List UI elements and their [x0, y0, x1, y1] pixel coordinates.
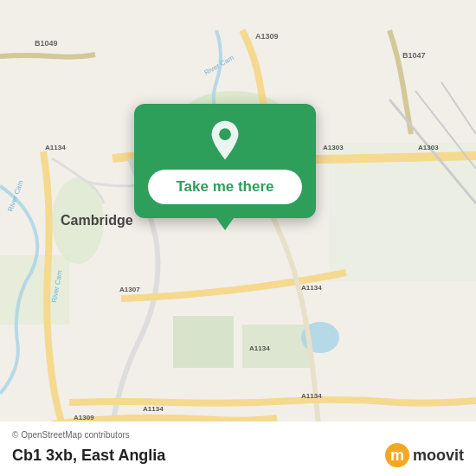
- svg-text:A1309: A1309: [74, 414, 94, 421]
- svg-text:A1134: A1134: [301, 284, 322, 292]
- map-background: Cambridge B1049 A1309 B1047 A1134 A1303 …: [0, 0, 476, 476]
- map-container: Cambridge B1049 A1309 B1047 A1134 A1303 …: [0, 0, 476, 476]
- svg-text:A1309: A1309: [255, 32, 279, 41]
- svg-text:A1134: A1134: [249, 344, 270, 352]
- svg-text:A1134: A1134: [143, 405, 164, 413]
- location-label: Cb1 3xb, East Anglia: [12, 447, 165, 465]
- svg-text:A1303: A1303: [418, 144, 439, 151]
- info-bar: © OpenStreetMap contributors Cb1 3xb, Ea…: [0, 421, 476, 476]
- moovit-logo-icon: m: [385, 443, 409, 467]
- svg-rect-2: [329, 143, 476, 281]
- svg-rect-5: [173, 316, 234, 368]
- location-popup: Take me there: [134, 104, 316, 218]
- map-attribution: © OpenStreetMap contributors: [12, 430, 464, 440]
- svg-text:Cambridge: Cambridge: [61, 213, 133, 228]
- svg-text:B1049: B1049: [35, 39, 58, 48]
- moovit-logo-text: moovit: [413, 447, 464, 465]
- moovit-logo: m moovit: [385, 443, 464, 467]
- svg-text:A1303: A1303: [323, 144, 344, 151]
- location-pin-icon: [204, 119, 246, 161]
- take-me-there-button[interactable]: Take me there: [148, 170, 302, 204]
- popup-arrow: [216, 218, 234, 230]
- location-row: Cb1 3xb, East Anglia m moovit: [12, 443, 464, 467]
- svg-text:B1047: B1047: [402, 51, 426, 60]
- svg-text:A1307: A1307: [119, 286, 140, 293]
- svg-point-28: [219, 128, 231, 140]
- svg-text:A1134: A1134: [301, 392, 322, 400]
- svg-text:A1134: A1134: [45, 144, 66, 151]
